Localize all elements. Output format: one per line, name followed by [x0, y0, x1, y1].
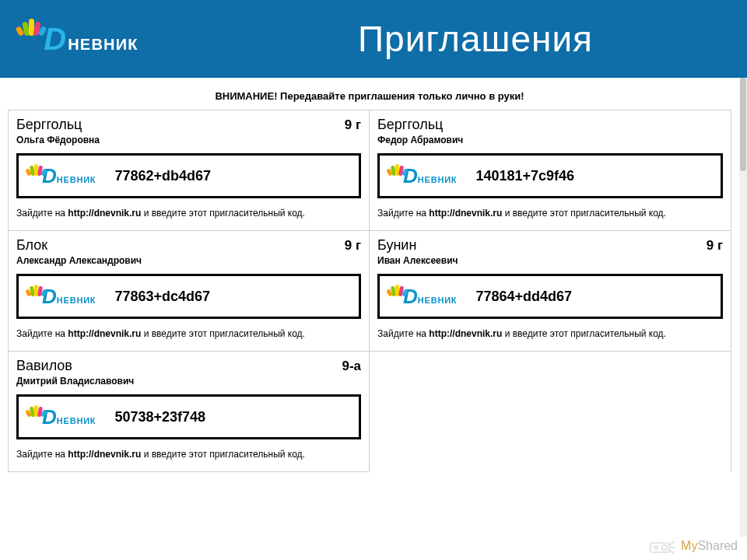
fullname: Иван Алексеевич	[377, 255, 723, 266]
svg-line-4	[669, 550, 675, 554]
fullname: Дмитрий Владиславович	[16, 376, 361, 387]
instruction-text: Зайдите на http://dnevnik.ru и введите э…	[16, 449, 361, 460]
header-band: Приглашения	[148, 0, 747, 78]
brand-word: НЕВНИК	[68, 36, 138, 54]
page-title: Приглашения	[358, 18, 593, 60]
invitation-card: Берггольц 9 г Ольга Фёдоровна DНЕВНИК 77…	[9, 110, 370, 231]
hand-icon	[26, 163, 45, 179]
footer-watermark: MyShared	[650, 537, 738, 555]
hand-icon	[388, 284, 406, 299]
svg-point-2	[654, 546, 658, 549]
fullname: Федор Абрамович	[377, 135, 723, 145]
header-bar: Приглашения D НЕВНИК	[0, 0, 747, 78]
mini-brand-logo: DНЕВНИК	[384, 164, 457, 188]
surname: Бунин	[377, 237, 416, 254]
surname: Берггольц	[377, 117, 443, 133]
surname: Блок	[16, 237, 47, 254]
invite-code: 50738+23f748	[114, 409, 205, 425]
surname: Берггольц	[16, 117, 82, 133]
svg-line-3	[669, 541, 675, 545]
scrollbar-thumb[interactable]	[740, 78, 746, 171]
instruction-text: Зайдите на http://dnevnik.ru и введите э…	[16, 328, 361, 339]
mini-brand-logo: DНЕВНИК	[384, 285, 457, 309]
brand-letter-d: D	[44, 23, 66, 54]
content-area: ВНИМАНИЕ! Передавайте приглашения только…	[0, 78, 739, 537]
instruction-text: Зайдите на http://dnevnik.ru и введите э…	[16, 208, 361, 219]
svg-point-1	[662, 545, 667, 550]
invitation-grid: Берггольц 9 г Ольга Фёдоровна DНЕВНИК 77…	[8, 110, 731, 472]
class-label: 9 г	[345, 238, 361, 254]
hand-icon	[26, 284, 45, 299]
invitation-card: Блок 9 г Александр Александрович DНЕВНИК…	[9, 231, 370, 352]
mini-brand-logo: DНЕВНИК	[23, 285, 96, 309]
code-box: DНЕВНИК 77862+db4d67	[16, 153, 361, 198]
mini-brand-logo: DНЕВНИК	[23, 405, 96, 429]
projector-icon	[650, 537, 676, 555]
instruction-text: Зайдите на http://dnevnik.ru и введите э…	[377, 208, 723, 219]
class-label: 9 г	[707, 238, 723, 254]
hand-icon	[388, 163, 406, 179]
instruction-text: Зайдите на http://dnevnik.ru и введите э…	[377, 328, 723, 339]
fullname: Ольга Фёдоровна	[16, 135, 361, 145]
invitation-card: Вавилов 9-а Дмитрий Владиславович DНЕВНИ…	[9, 352, 370, 472]
invite-code: 140181+7c9f46	[475, 168, 574, 184]
code-box: DНЕВНИК 50738+23f748	[16, 394, 361, 439]
class-label: 9-а	[342, 359, 361, 374]
footer-shared: Shared	[697, 539, 738, 552]
brand-logo: D НЕВНИК	[0, 0, 156, 78]
class-label: 9 г	[345, 117, 361, 133]
invite-code: 77862+db4d67	[114, 168, 211, 184]
code-box: DНЕВНИК 140181+7c9f46	[377, 153, 723, 198]
scrollbar-track[interactable]	[739, 78, 747, 537]
hand-icon	[26, 404, 45, 420]
invitation-card: Берггольц Федор Абрамович DНЕВНИК 140181…	[370, 110, 731, 231]
invitation-card: Бунин 9 г Иван Алексеевич DНЕВНИК 77864+…	[370, 231, 731, 352]
invitation-card-empty	[370, 352, 731, 472]
fullname: Александр Александрович	[16, 255, 361, 266]
hand-icon	[17, 17, 42, 42]
code-box: DНЕВНИК 77864+dd4d67	[377, 274, 723, 319]
code-box: DНЕВНИК 77863+dc4d67	[16, 274, 361, 319]
surname: Вавилов	[16, 358, 72, 374]
footer-my: My	[681, 539, 697, 552]
invite-code: 77864+dd4d67	[475, 289, 572, 305]
mini-brand-logo: DНЕВНИК	[23, 164, 96, 188]
warning-text: ВНИМАНИЕ! Передавайте приглашения только…	[0, 78, 739, 110]
invite-code: 77863+dc4d67	[114, 289, 210, 305]
